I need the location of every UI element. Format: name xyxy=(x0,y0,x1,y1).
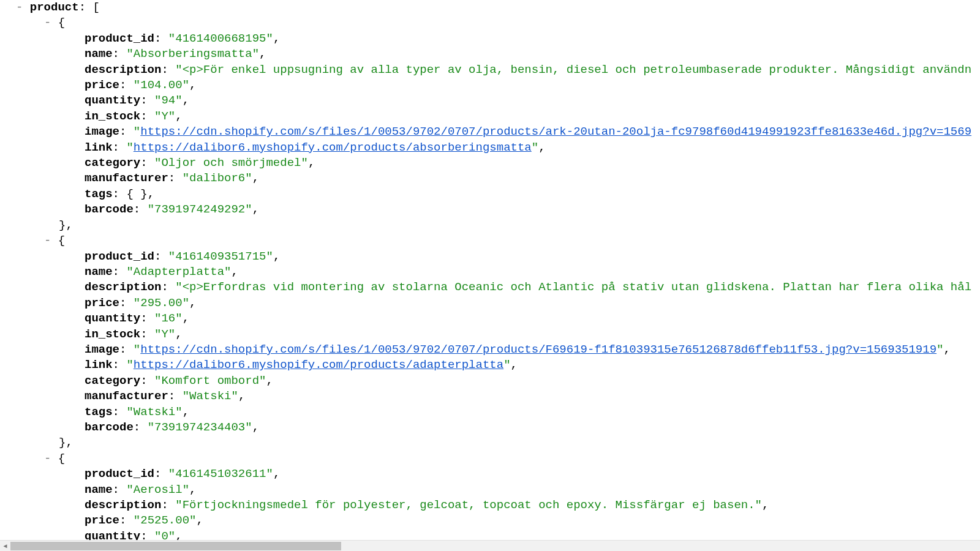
field-value: <p>För enkel uppsugning av alla typer av… xyxy=(183,63,971,77)
collapse-toggle-icon[interactable]: - xyxy=(16,0,23,15)
collapse-toggle-icon[interactable]: - xyxy=(44,15,51,31)
field-value: Adapterplatta xyxy=(134,265,224,279)
collapse-toggle-icon[interactable]: - xyxy=(44,451,51,467)
json-field: image: "https://cdn.shopify.com/s/files/… xyxy=(0,342,980,358)
open-brace: { xyxy=(58,452,65,465)
close-brace: }, xyxy=(0,218,980,233)
json-field: barcode: "7391974234403", xyxy=(0,420,980,435)
field-value: Förtjockningsmedel för polyester, gelcoa… xyxy=(183,498,755,512)
json-field: image: "https://cdn.shopify.com/s/files/… xyxy=(0,124,980,140)
root-key: product xyxy=(30,1,79,14)
scroll-thumb[interactable] xyxy=(10,542,341,550)
json-field: description: "<p>För enkel uppsugning av… xyxy=(0,62,980,78)
collapse-toggle-icon[interactable]: - xyxy=(44,233,51,249)
json-field: link: "https://dalibor6.myshopify.com/pr… xyxy=(0,358,980,373)
horizontal-scrollbar[interactable]: ◄ xyxy=(0,540,980,551)
json-field: description: "<p>Erfordras vid montering… xyxy=(0,280,980,295)
json-field: quantity: "0", xyxy=(0,529,980,540)
field-value: 4161451032611 xyxy=(175,467,266,481)
object-header[interactable]: - { xyxy=(0,451,980,467)
object-header[interactable]: - { xyxy=(0,15,980,31)
image-link[interactable]: https://cdn.shopify.com/s/files/1/0053/9… xyxy=(140,125,971,138)
open-brace: { xyxy=(58,234,65,247)
json-field: manufacturer: "dalibor6", xyxy=(0,171,980,186)
field-value: { } xyxy=(126,187,147,201)
field-value: 94 xyxy=(161,94,175,107)
field-value: 4161409351715 xyxy=(175,250,266,263)
field-value: Komfort ombord xyxy=(161,374,259,388)
json-field: in_stock: "Y", xyxy=(0,109,980,124)
field-value: Y xyxy=(161,110,168,123)
json-field: quantity: "94", xyxy=(0,93,980,108)
scroll-left-arrow-icon[interactable]: ◄ xyxy=(0,541,10,551)
json-field: tags: { }, xyxy=(0,187,980,202)
json-field: tags: "Watski", xyxy=(0,405,980,420)
json-field: product_id: "4161400668195", xyxy=(0,31,980,47)
json-field: price: "295.00", xyxy=(0,296,980,311)
field-value: Absorberingsmatta xyxy=(134,47,252,61)
json-tree-viewer: - product: [ - { product_id: "4161400668… xyxy=(0,0,980,540)
field-value: 2525.00 xyxy=(140,514,189,527)
open-brace: { xyxy=(58,16,65,29)
field-value: 295.00 xyxy=(140,296,182,310)
json-field: description: "Förtjockningsmedel för pol… xyxy=(0,498,980,513)
json-field: name: "Absorberingsmatta", xyxy=(0,47,980,62)
json-field: price: "2525.00", xyxy=(0,513,980,528)
field-value: 7391974249292 xyxy=(154,203,245,216)
object-header[interactable]: - { xyxy=(0,233,980,249)
field-value: Y xyxy=(161,328,168,341)
json-field: price: "104.00", xyxy=(0,78,980,93)
field-value: Watski xyxy=(189,389,231,403)
json-field: category: "Komfort ombord", xyxy=(0,373,980,389)
json-field: name: "Adapterplatta", xyxy=(0,264,980,280)
open-bracket: [ xyxy=(92,1,99,14)
field-value: 16 xyxy=(161,312,175,325)
json-field: link: "https://dalibor6.myshopify.com/pr… xyxy=(0,140,980,156)
field-value: <p>Erfordras vid montering av stolarna O… xyxy=(183,280,971,294)
product-link[interactable]: https://dalibor6.myshopify.com/products/… xyxy=(134,358,503,372)
field-value: 0 xyxy=(161,530,168,540)
json-field: in_stock: "Y", xyxy=(0,327,980,342)
json-field: category: "Oljor och smörjmedel", xyxy=(0,156,980,171)
json-field: quantity: "16", xyxy=(0,311,980,326)
field-value: Aerosil xyxy=(134,483,183,497)
field-value: 7391974234403 xyxy=(154,421,245,434)
field-value: Oljor och smörjmedel xyxy=(161,156,301,170)
close-brace: }, xyxy=(0,435,980,451)
image-link[interactable]: https://cdn.shopify.com/s/files/1/0053/9… xyxy=(140,343,937,356)
field-value: dalibor6 xyxy=(189,171,245,185)
field-value: 104.00 xyxy=(140,78,182,92)
field-value: Watski xyxy=(134,405,175,419)
json-field: product_id: "4161451032611", xyxy=(0,467,980,482)
json-field: product_id: "4161409351715", xyxy=(0,249,980,264)
field-value: 4161400668195 xyxy=(175,32,266,45)
json-field: name: "Aerosil", xyxy=(0,482,980,498)
product-link[interactable]: https://dalibor6.myshopify.com/products/… xyxy=(134,141,532,154)
json-field: manufacturer: "Watski", xyxy=(0,389,980,404)
json-field: barcode: "7391974249292", xyxy=(0,202,980,217)
array-header[interactable]: - product: [ xyxy=(0,0,980,15)
